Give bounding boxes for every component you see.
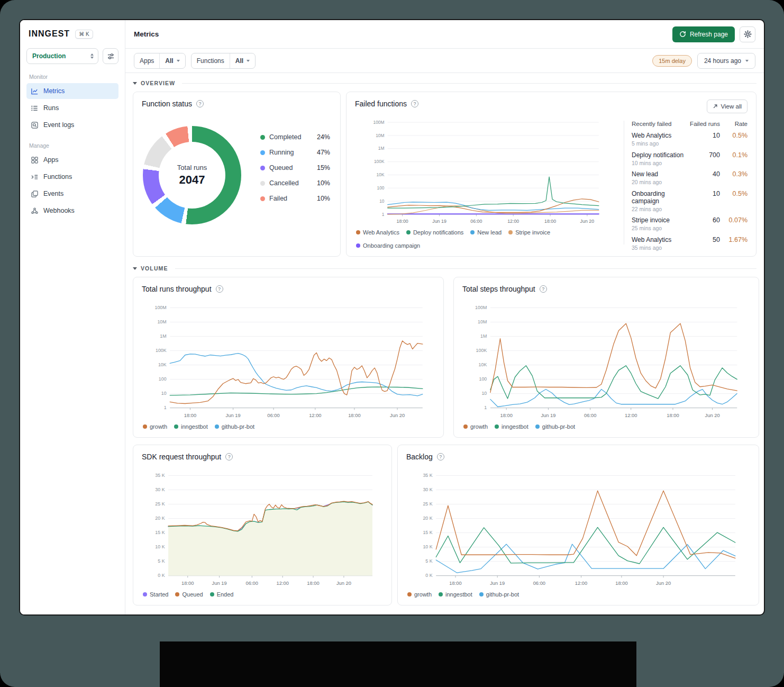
svg-text:10K: 10K — [377, 172, 385, 177]
page-title: Metrics — [134, 30, 159, 38]
help-icon[interactable] — [225, 453, 233, 460]
sidebar-item-apps[interactable]: Apps — [26, 152, 118, 168]
table-row[interactable]: Web Analytics35 mins ago501.67% — [632, 236, 747, 251]
legend-item: Queued15% — [260, 164, 330, 171]
card-title: Backlog — [406, 453, 433, 461]
svg-text:15 K: 15 K — [423, 530, 432, 535]
svg-text:100M: 100M — [475, 305, 487, 310]
svg-text:100K: 100K — [156, 348, 167, 353]
svg-text:12:00: 12:00 — [507, 219, 519, 224]
sidebar-item-runs[interactable]: Runs — [26, 100, 118, 116]
page-header: Metrics Refresh page — [125, 20, 764, 49]
legend-item: Failed10% — [260, 195, 330, 202]
refresh-page-button[interactable]: Refresh page — [672, 26, 735, 42]
svg-text:18:00: 18:00 — [500, 413, 512, 418]
svg-text:12:00: 12:00 — [276, 581, 288, 586]
svg-text:35 K: 35 K — [155, 473, 165, 478]
svg-text:18:00: 18:00 — [544, 219, 556, 224]
sidebar-item-webhooks[interactable]: Webhooks — [26, 203, 118, 219]
total-runs-legend: growth inngestbot github-pr-bot — [142, 423, 435, 430]
svg-text:30 K: 30 K — [155, 487, 165, 492]
total-runs-throughput-chart[interactable]: 100M10M1M100K10K10010118:00Jun 1906:0012… — [142, 304, 436, 421]
table-row[interactable]: Web Analytics5 mins ago100.5% — [632, 132, 747, 147]
env-filter-button[interactable] — [103, 48, 118, 64]
sidebar-item-event-logs[interactable]: Event logs — [26, 117, 118, 133]
section-label: OVERVIEW — [141, 80, 175, 86]
help-icon[interactable] — [540, 285, 547, 293]
svg-text:Jun 19: Jun 19 — [226, 413, 241, 418]
total-steps-throughput-card: Total steps throughput 100M10M1M100K10K1… — [453, 277, 759, 438]
settings-button[interactable] — [740, 26, 755, 42]
table-row[interactable]: New lead20 mins ago400.3% — [632, 170, 747, 185]
card-title: SDK request throughput — [142, 453, 221, 461]
failed-functions-legend: Web Analytics Deploy notifications New l… — [355, 229, 617, 249]
svg-text:25 K: 25 K — [423, 501, 432, 507]
svg-text:0 K: 0 K — [158, 573, 165, 578]
legend-item: inngestbot — [174, 423, 208, 430]
svg-text:10 K: 10 K — [423, 544, 432, 549]
mixer-icon — [107, 52, 115, 60]
updown-icon — [90, 53, 94, 59]
svg-text:18:00: 18:00 — [615, 581, 627, 586]
svg-text:1: 1 — [382, 212, 385, 217]
function-status-donut-chart[interactable]: Total runs 2047 — [143, 126, 241, 224]
legend-item: New lead — [470, 229, 502, 236]
filter-bar: Apps All Functions All 15m delay 24 hour… — [125, 49, 764, 73]
total-runs-throughput-card: Total runs throughput 100M10M1M100K10K10… — [133, 277, 444, 438]
overview-section-header[interactable]: OVERVIEW — [133, 80, 756, 86]
donut-center: Total runs 2047 — [159, 142, 225, 209]
time-range-select[interactable]: 24 hours ago — [697, 53, 755, 69]
view-all-button[interactable]: View all — [707, 100, 747, 113]
chevron-down-icon — [247, 60, 250, 62]
table-row[interactable]: Stripe invoice25 mins ago600.07% — [632, 216, 747, 231]
failed-functions-chart[interactable]: 100M10M1M100K10K10010118:00Jun 1906:0012… — [355, 119, 617, 227]
svg-text:1: 1 — [164, 405, 167, 410]
svg-text:18:00: 18:00 — [348, 413, 360, 418]
sidebar-item-label: Apps — [43, 156, 59, 164]
svg-text:Jun 19: Jun 19 — [490, 581, 505, 586]
runs-list-icon — [31, 104, 39, 112]
legend-item: Onboarding campaign — [356, 242, 420, 249]
svg-text:12:00: 12:00 — [575, 581, 587, 586]
webhooks-icon — [31, 207, 39, 215]
svg-text:12:00: 12:00 — [625, 413, 637, 418]
legend-item: github-pr-bot — [479, 591, 519, 598]
external-link-icon — [713, 104, 718, 109]
total-steps-throughput-chart[interactable]: 100M10M1M100K10K10010118:00Jun 1906:0012… — [462, 304, 750, 421]
apps-filter[interactable]: Apps All — [134, 53, 186, 69]
svg-text:06:00: 06:00 — [267, 413, 279, 418]
sidebar-item-metrics[interactable]: Metrics — [26, 83, 118, 99]
svg-text:06:00: 06:00 — [533, 581, 545, 586]
legend-item: Started — [143, 591, 168, 598]
svg-text:Jun 20: Jun 20 — [390, 413, 405, 418]
legend-item: growth — [143, 423, 167, 430]
functions-filter[interactable]: Functions All — [191, 53, 256, 69]
table-row[interactable]: Deploy notification10 mins ago7000.1% — [632, 151, 747, 166]
help-icon[interactable] — [411, 100, 418, 107]
bottom-black-bar — [160, 641, 636, 687]
volume-section-header[interactable]: VOLUME — [133, 265, 756, 272]
vertical-divider — [624, 121, 624, 245]
svg-text:10M: 10M — [478, 319, 487, 324]
apps-filter-value[interactable]: All — [159, 53, 185, 68]
sidebar-item-label: Metrics — [43, 87, 65, 95]
legend-item: Cancelled10% — [260, 179, 330, 187]
command-k-shortcut[interactable]: ⌘ K — [75, 30, 93, 39]
functions-filter-value[interactable]: All — [230, 53, 255, 68]
help-icon[interactable] — [196, 100, 204, 107]
sdk-request-throughput-chart[interactable]: 35 K30 K25 K20 K15 K10 K5 K0 K18:00Jun 1… — [142, 472, 384, 589]
refresh-icon — [679, 31, 686, 38]
sidebar-item-events[interactable]: Events — [26, 186, 118, 202]
environment-select[interactable]: Production — [26, 48, 98, 64]
sidebar-item-functions[interactable]: Functions — [26, 169, 118, 185]
table-row[interactable]: Onboarding campaign22 mins ago100.5% — [632, 190, 747, 212]
functions-terminal-icon — [31, 173, 39, 181]
svg-text:06:00: 06:00 — [470, 219, 482, 224]
inngest-logo: INNGEST — [29, 29, 70, 39]
help-icon[interactable] — [437, 453, 444, 460]
help-icon[interactable] — [216, 285, 223, 293]
collapse-triangle-icon — [133, 267, 137, 270]
svg-text:25 K: 25 K — [155, 501, 165, 507]
backlog-chart[interactable]: 35 K30 K25 K20 K15 K10 K5 K0 K18:00Jun 1… — [406, 472, 750, 589]
sidebar-item-label: Webhooks — [43, 207, 75, 214]
